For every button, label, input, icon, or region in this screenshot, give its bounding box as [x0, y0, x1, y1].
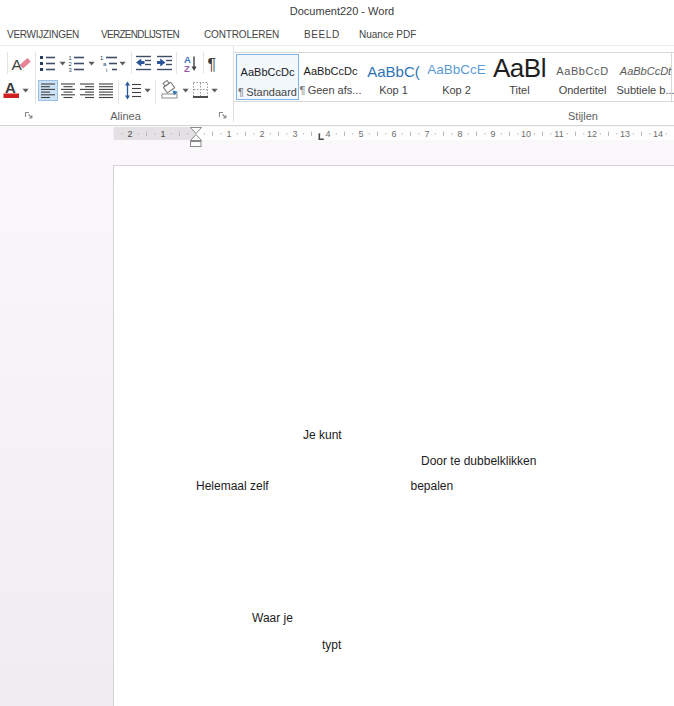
svg-text:10: 10: [521, 129, 531, 139]
svg-text:12: 12: [587, 129, 597, 139]
svg-text:8: 8: [457, 129, 462, 139]
svg-text:¶: ¶: [208, 56, 217, 73]
svg-text:14: 14: [653, 129, 663, 139]
svg-text:4: 4: [325, 129, 330, 139]
svg-text:3: 3: [69, 67, 72, 73]
svg-text:11: 11: [554, 129, 563, 139]
svg-text:6: 6: [391, 129, 396, 139]
svg-text:i: i: [106, 67, 107, 73]
svg-text:2: 2: [127, 129, 132, 139]
svg-text:1: 1: [226, 129, 231, 139]
svg-text:2: 2: [259, 129, 264, 139]
svg-text:Z: Z: [184, 63, 190, 74]
svg-text:9: 9: [490, 129, 495, 139]
svg-text:1: 1: [160, 129, 165, 139]
svg-text:3: 3: [292, 129, 297, 139]
svg-text:13: 13: [620, 129, 630, 139]
svg-text:7: 7: [424, 129, 429, 139]
svg-text:5: 5: [358, 129, 363, 139]
svg-text:A: A: [5, 79, 16, 96]
